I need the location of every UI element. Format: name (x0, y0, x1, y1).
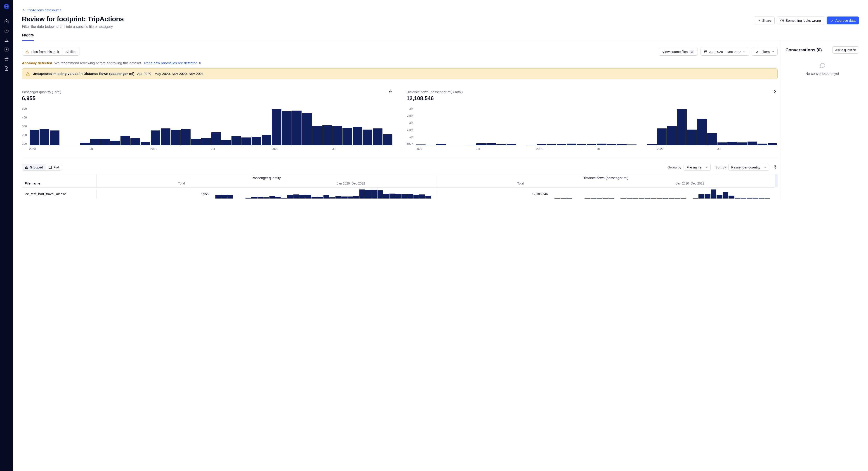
conversations-empty-state: No conversations yet (785, 62, 859, 76)
calendar-icon (704, 50, 707, 53)
page-subtitle: Filter the data below to drill into a sp… (22, 25, 124, 29)
svg-point-4 (757, 51, 758, 52)
files-from-task-label: Files from this task (31, 50, 59, 54)
ask-question-label: Ask a question (835, 48, 856, 52)
approve-button[interactable]: Approve data (827, 17, 859, 24)
question-icon (780, 19, 784, 22)
date-range-label: Jan 2020 – Dec 2022 (709, 50, 741, 54)
anomaly-text: We recommend reviewing before approving … (55, 61, 142, 65)
chart-download-icon[interactable] (774, 90, 778, 94)
nav-downloads-icon[interactable] (4, 47, 9, 52)
file-scope-segmented: Files from this task All files (22, 48, 80, 56)
chat-bubble-icon (819, 62, 826, 68)
external-link-icon (198, 62, 201, 65)
flat-toggle[interactable]: Flat (46, 164, 62, 171)
group-by-value: File name (686, 165, 702, 169)
th-df-range: Jan 2020–Dec 2022 (605, 181, 775, 187)
chart-bars (416, 107, 778, 145)
approve-label: Approve data (835, 19, 856, 22)
nav-report-icon[interactable] (4, 66, 9, 71)
view-source-files-button[interactable]: View source files 3 (659, 48, 698, 56)
view-mode-segmented: Grouped Flat (22, 164, 62, 171)
th-pq-range: Jan 2020–Dec 2022 (266, 181, 436, 187)
chart-passenger-quantity: Passenger quantity (Total) 6,955 5004003… (22, 90, 393, 152)
sort-by-select[interactable]: Passenger quantity (728, 164, 769, 171)
chart-x-axis: 2020Jul2021Jul2022Jul (416, 145, 778, 151)
anomaly-link-text: Read how anomalies are detected (144, 61, 197, 65)
nav-home-icon[interactable] (4, 18, 9, 24)
sidebar (0, 0, 13, 471)
anomaly-line: Anomaly detected We recommend reviewing … (22, 61, 778, 68)
th-pq-total: Total (97, 181, 266, 187)
chart-y-axis: 3M2.5M2M1.5M1M500K (407, 107, 416, 145)
svg-rect-6 (49, 166, 52, 169)
back-link[interactable]: TripActions datasource (22, 8, 859, 12)
svg-point-5 (756, 52, 757, 53)
filters-label: Filters (761, 50, 770, 54)
main-content: TripActions datasource Review for footpr… (13, 0, 868, 471)
check-icon (830, 19, 834, 22)
th-filename: File name (22, 179, 96, 187)
chart-distance-total: 12,108,546 (407, 95, 778, 101)
all-files-toggle[interactable]: All files (62, 48, 80, 55)
share-button[interactable]: Share (754, 17, 775, 24)
sort-by-value: Passenger quantity (731, 165, 760, 169)
chart-download-icon[interactable] (389, 90, 393, 94)
table-row[interactable]: ice_test_bart_travel_air.csv 6,955 12,10… (22, 187, 775, 200)
share-label: Share (762, 19, 771, 22)
td-pq-total: 6,955 (97, 192, 215, 196)
tab-flights[interactable]: Flights (22, 33, 34, 41)
sliders-icon (755, 50, 758, 53)
nav-analytics-icon[interactable] (4, 37, 9, 43)
nav-basket-icon[interactable] (4, 56, 9, 62)
th-passenger-quantity: Passenger quantity (97, 176, 436, 181)
grouped-label: Grouped (30, 165, 43, 169)
wrong-label: Something looks wrong (786, 19, 821, 22)
grouped-toggle[interactable]: Grouped (22, 164, 46, 171)
nav-marketplace-icon[interactable] (4, 28, 9, 33)
data-table: File name Passenger quantity Total Jan 2… (22, 174, 775, 200)
filters-button[interactable]: Filters (752, 48, 778, 56)
arrow-left-icon (22, 8, 26, 12)
back-link-text: TripActions datasource (27, 8, 61, 12)
conversations-panel: Conversations (0) Ask a question No conv… (780, 41, 859, 200)
something-wrong-button[interactable]: Something looks wrong (777, 17, 825, 24)
anomaly-banner-title: Unexpected missing values in Distance fl… (33, 72, 134, 76)
chart-distance-title: Distance flown (passenger-mi) (Total) (407, 90, 463, 94)
th-df-total: Total (436, 181, 606, 187)
anomaly-link[interactable]: Read how anomalies are detected (144, 61, 201, 65)
conversations-title: Conversations (0) (785, 48, 822, 53)
chart-bars (29, 107, 393, 145)
share-icon (757, 19, 761, 22)
all-files-label: All files (66, 50, 76, 54)
chart-passenger-title: Passenger quantity (Total) (22, 90, 61, 94)
td-df-total: 12,108,546 (436, 192, 555, 196)
chevron-down-icon (743, 51, 746, 53)
anomaly-banner: Unexpected missing values in Distance fl… (22, 68, 778, 79)
anomaly-label: Anomaly detected (22, 61, 52, 65)
chart-x-axis: 2020Jul2021Jul2022Jul (29, 145, 393, 151)
chart-y-axis: 500400300200100 (22, 107, 29, 145)
table-download-icon[interactable] (774, 165, 778, 170)
files-from-task-toggle[interactable]: Files from this task (22, 48, 62, 55)
warning-icon (26, 72, 30, 76)
td-filename: ice_test_bart_travel_air.csv (22, 189, 96, 199)
logo-icon (4, 4, 9, 10)
td-pq-sparkline (215, 189, 436, 199)
view-source-count-badge: 3 (689, 50, 694, 54)
flat-label: Flat (53, 165, 59, 169)
group-by-select[interactable]: File name (684, 164, 711, 171)
tabs: Flights (22, 33, 859, 41)
ask-question-button[interactable]: Ask a question (832, 46, 859, 54)
group-by-label: Group by (668, 165, 682, 169)
date-range-picker[interactable]: Jan 2020 – Dec 2022 (701, 48, 749, 56)
table-icon (49, 166, 52, 169)
page-title: Review for footprint: TripActions (22, 15, 124, 23)
warning-icon (25, 50, 29, 54)
empty-text: No conversations yet (805, 72, 839, 76)
chevron-down-icon (772, 51, 774, 53)
chart-passenger-total: 6,955 (22, 95, 393, 101)
chart-distance-flown: Distance flown (passenger-mi) (Total) 12… (407, 90, 778, 152)
scrollbar[interactable] (775, 174, 778, 187)
anomaly-banner-detail: Apr 2020 - May 2020, Nov 2020, Nov 2021 (137, 72, 204, 76)
